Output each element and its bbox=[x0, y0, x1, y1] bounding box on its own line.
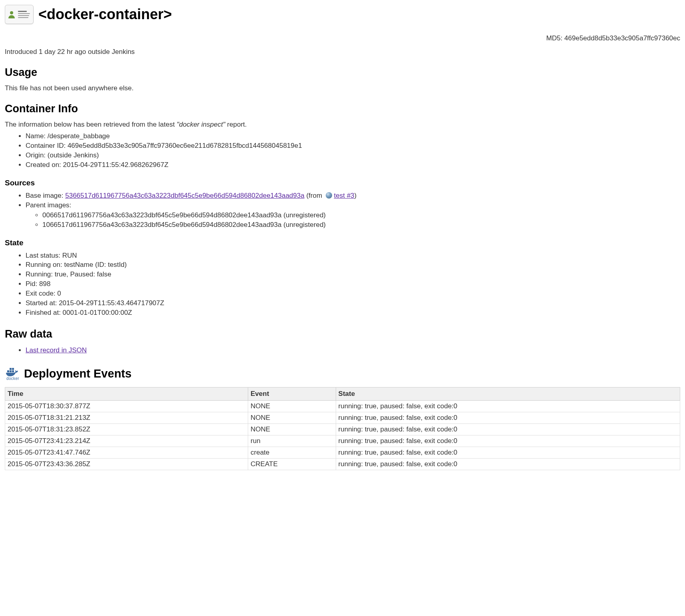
label: Base image: bbox=[26, 192, 65, 199]
list-item: Container ID: 469e5edd8d5b33e3c905a7ffc9… bbox=[26, 141, 680, 151]
table-row: 2015-05-07T23:41:47.746Zcreaterunning: t… bbox=[5, 447, 680, 459]
svg-rect-3 bbox=[12, 370, 14, 372]
container-info-intro-suffix: report. bbox=[225, 121, 247, 128]
deployment-events-header: docker Deployment Events bbox=[5, 366, 680, 381]
cell-state: running: true, paused: false, exit code:… bbox=[336, 459, 680, 470]
svg-rect-4 bbox=[10, 368, 12, 370]
cell-event: run bbox=[248, 435, 336, 447]
state-list: Last status: RUN Running on: testName (I… bbox=[5, 251, 680, 318]
label: Created on: bbox=[26, 161, 63, 169]
cell-time: 2015-05-07T23:43:36.285Z bbox=[5, 459, 248, 470]
cell-time: 2015-05-07T23:41:47.746Z bbox=[5, 447, 248, 459]
value: /desperate_babbage bbox=[48, 132, 110, 140]
raw-data-list: Last record in JSON bbox=[5, 346, 680, 355]
cell-time: 2015-05-07T18:30:37.877Z bbox=[5, 401, 248, 412]
cell-time: 2015-05-07T23:41:23.214Z bbox=[5, 435, 248, 447]
table-header-row: Time Event State bbox=[5, 387, 680, 401]
cell-event: NONE bbox=[248, 401, 336, 412]
parent-images-list: 0066517d611967756a43c63a3223dbf645c5e9be… bbox=[26, 211, 680, 230]
value: 2015-04-29T11:55:42.968262967Z bbox=[63, 161, 169, 169]
list-item: Base image: 5366517d611967756a43c63a3223… bbox=[26, 191, 680, 201]
list-item: Running: true, Paused: false bbox=[26, 270, 680, 279]
introduced-text: Introduced 1 day 22 hr ago outside Jenki… bbox=[5, 48, 680, 56]
page-header: <docker-container> bbox=[5, 5, 680, 24]
list-item: Finished at: 0001-01-01T00:00:00Z bbox=[26, 308, 680, 318]
value: (outside Jenkins) bbox=[48, 151, 99, 159]
table-row: 2015-05-07T23:43:36.285ZCREATErunning: t… bbox=[5, 459, 680, 470]
container-info-intro-quoted: "docker inspect" bbox=[177, 121, 225, 128]
sources-list: Base image: 5366517d611967756a43c63a3223… bbox=[5, 191, 680, 230]
container-info-heading: Container Info bbox=[5, 103, 680, 115]
cell-state: running: true, paused: false, exit code:… bbox=[336, 435, 680, 447]
docker-icon-label: docker bbox=[6, 376, 19, 381]
cell-time: 2015-05-07T18:31:23.852Z bbox=[5, 424, 248, 435]
build-status-icon bbox=[326, 192, 332, 199]
md5-value: 469e5edd8d5b33e3c905a7ffc97360ec bbox=[564, 34, 680, 42]
list-item: Last status: RUN bbox=[26, 251, 680, 260]
container-info-list: Name: /desperate_babbage Container ID: 4… bbox=[5, 132, 680, 170]
cell-state: running: true, paused: false, exit code:… bbox=[336, 412, 680, 424]
container-info-intro-prefix: The information below has been retrieved… bbox=[5, 121, 177, 128]
cell-event: CREATE bbox=[248, 459, 336, 470]
raw-json-link[interactable]: Last record in JSON bbox=[26, 346, 87, 354]
cell-state: running: true, paused: false, exit code:… bbox=[336, 424, 680, 435]
list-item: Started at: 2015-04-29T11:55:43.46471790… bbox=[26, 299, 680, 308]
label: Parent images: bbox=[26, 201, 71, 209]
list-item: 0066517d611967756a43c63a3223dbf645c5e9be… bbox=[42, 211, 680, 220]
docker-icon: docker bbox=[5, 366, 21, 381]
table-row: 2015-05-07T18:31:21.213ZNONErunning: tru… bbox=[5, 412, 680, 424]
table-row: 2015-05-07T23:41:23.214Zrunrunning: true… bbox=[5, 435, 680, 447]
list-item: Created on: 2015-04-29T11:55:42.96826296… bbox=[26, 161, 680, 170]
cell-state: running: true, paused: false, exit code:… bbox=[336, 447, 680, 459]
md5-label: MD5: bbox=[546, 34, 564, 42]
deployment-events-table: Time Event State 2015-05-07T18:30:37.877… bbox=[5, 387, 680, 470]
label: Name: bbox=[26, 132, 48, 140]
list-item: Exit code: 0 bbox=[26, 289, 680, 298]
label: Container ID: bbox=[26, 142, 68, 149]
table-row: 2015-05-07T18:31:23.852ZNONErunning: tru… bbox=[5, 424, 680, 435]
usage-body: This file has not been used anywhere els… bbox=[5, 84, 680, 92]
container-info-intro: The information below has been retrieved… bbox=[5, 121, 680, 129]
from-suffix: ) bbox=[354, 192, 357, 199]
label: Origin: bbox=[26, 151, 48, 159]
md5-line: MD5: 469e5edd8d5b33e3c905a7ffc97360ec bbox=[5, 34, 680, 42]
list-item: Origin: (outside Jenkins) bbox=[26, 151, 680, 160]
list-item: Name: /desperate_babbage bbox=[26, 132, 680, 141]
deployment-events-heading: Deployment Events bbox=[24, 367, 131, 380]
cell-event: NONE bbox=[248, 424, 336, 435]
base-image-link[interactable]: 5366517d611967756a43c63a3223dbf645c5e9be… bbox=[65, 192, 304, 199]
list-item: Pid: 898 bbox=[26, 280, 680, 289]
svg-rect-2 bbox=[10, 370, 12, 372]
raw-data-heading: Raw data bbox=[5, 328, 680, 340]
list-item: 1066517d611967756a43c63a3223dbf645c5e9be… bbox=[42, 221, 680, 230]
page-title: <docker-container> bbox=[38, 6, 172, 23]
cell-time: 2015-05-07T18:31:21.213Z bbox=[5, 412, 248, 424]
fingerprint-icon bbox=[5, 5, 34, 24]
svg-rect-1 bbox=[7, 370, 9, 372]
from-prefix: (from bbox=[305, 192, 324, 199]
list-item: Last record in JSON bbox=[26, 346, 680, 355]
cell-event: create bbox=[248, 447, 336, 459]
svg-rect-5 bbox=[12, 368, 14, 370]
col-time: Time bbox=[5, 387, 248, 401]
table-row: 2015-05-07T18:30:37.877ZNONErunning: tru… bbox=[5, 401, 680, 412]
cell-state: running: true, paused: false, exit code:… bbox=[336, 401, 680, 412]
col-state: State bbox=[336, 387, 680, 401]
usage-heading: Usage bbox=[5, 66, 680, 79]
sources-heading: Sources bbox=[5, 179, 680, 187]
list-item: Parent images: 0066517d611967756a43c63a3… bbox=[26, 201, 680, 230]
list-item: Running on: testName (ID: testId) bbox=[26, 260, 680, 270]
build-link[interactable]: test #3 bbox=[334, 192, 354, 199]
cell-event: NONE bbox=[248, 412, 336, 424]
value: 469e5edd8d5b33e3c905a7ffc97360ec6ee211d6… bbox=[68, 142, 302, 149]
state-heading: State bbox=[5, 238, 680, 247]
svg-point-0 bbox=[10, 11, 13, 14]
col-event: Event bbox=[248, 387, 336, 401]
